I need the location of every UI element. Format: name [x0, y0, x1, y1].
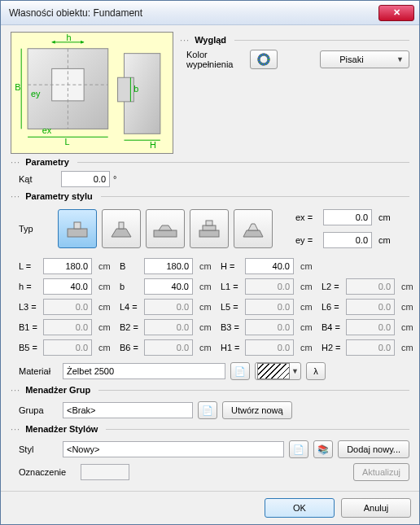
param-unit: cm — [199, 261, 221, 271]
param-input[interactable] — [43, 278, 92, 295]
ex-input[interactable] — [323, 209, 372, 225]
angle-label: Kąt — [19, 174, 58, 184]
mark-label: Oznaczenie — [19, 467, 76, 477]
param-input[interactable] — [245, 258, 294, 274]
param-label: L5 = — [221, 302, 245, 312]
ex-label: ex = — [295, 212, 323, 222]
type-option-3[interactable] — [146, 209, 185, 248]
section-group-manager: Menadżer Grup — [25, 385, 90, 395]
hatch-dropdown[interactable]: ▼ — [255, 362, 301, 380]
param-input — [346, 319, 395, 335]
svg-marker-25 — [112, 229, 131, 237]
section-style-params: Parametry stylu — [25, 191, 93, 201]
svg-text:B: B — [15, 82, 20, 92]
param-unit: cm — [401, 343, 419, 352]
copy-icon: 📄 — [293, 444, 304, 455]
svg-rect-31 — [206, 221, 212, 225]
param-label: H2 = — [322, 343, 346, 352]
param-label: L2 = — [322, 282, 346, 291]
chevron-down-icon: ▼ — [291, 367, 299, 375]
close-icon: ✕ — [393, 7, 400, 18]
close-button[interactable]: ✕ — [378, 5, 414, 21]
param-input — [245, 339, 294, 356]
param-input — [245, 299, 294, 315]
param-label: L4 = — [120, 302, 144, 312]
create-group-button[interactable]: Utwórz nową — [222, 401, 292, 419]
type-option-4[interactable] — [190, 209, 229, 248]
param-input — [346, 339, 395, 356]
param-unit: cm — [300, 343, 322, 352]
mark-input — [81, 464, 129, 480]
param-input — [346, 299, 395, 315]
type-option-5[interactable] — [234, 209, 273, 248]
svg-rect-26 — [119, 222, 124, 229]
parameter-grid: L =cmBcmH =cm h =cmbcmL1 =cmL2 =cmL3 =cm… — [11, 255, 409, 359]
svg-text:ey: ey — [31, 89, 41, 98]
lambda-button[interactable]: λ — [306, 362, 326, 380]
ey-input[interactable] — [323, 232, 372, 248]
titlebar: Własności obiektu: Fundament ✕ — [1, 1, 419, 25]
svg-rect-27 — [154, 230, 177, 237]
param-unit: cm — [401, 302, 419, 312]
fill-color-button[interactable] — [250, 50, 278, 69]
param-input[interactable] — [43, 258, 92, 274]
type-label: Typ — [19, 224, 50, 234]
svg-text:L: L — [64, 137, 69, 147]
document-icon: 📄 — [202, 405, 213, 416]
group-browse-button[interactable]: 📄 — [198, 401, 217, 419]
svg-rect-23 — [68, 229, 87, 237]
section-parameters: Parametry — [25, 157, 69, 167]
param-label: B2 = — [120, 322, 144, 332]
param-input[interactable] — [144, 278, 193, 295]
param-input[interactable] — [144, 258, 193, 274]
param-label: L = — [19, 261, 43, 271]
cancel-button[interactable]: Anuluj — [341, 498, 411, 518]
angle-unit: ° — [113, 174, 129, 184]
angle-input[interactable] — [61, 171, 110, 187]
lambda-icon: λ — [313, 366, 318, 376]
param-input — [245, 319, 294, 335]
param-label: H1 = — [221, 343, 245, 352]
svg-point-22 — [259, 55, 269, 64]
param-label: B6 = — [120, 343, 144, 352]
svg-marker-6 — [81, 41, 84, 44]
ok-button[interactable]: OK — [265, 498, 335, 518]
type-option-2[interactable] — [102, 209, 141, 248]
param-unit: cm — [98, 343, 120, 352]
dialog-body: h B L ey ex b H — [1, 25, 419, 491]
pens-dropdown[interactable]: Pisaki ▼ — [320, 50, 409, 68]
group-input[interactable] — [63, 402, 193, 418]
param-unit: cm — [199, 343, 221, 352]
param-input — [346, 278, 395, 295]
style-input[interactable] — [63, 441, 284, 457]
style-copy-button[interactable]: 📄 — [289, 440, 308, 458]
window-title: Własności obiektu: Fundament — [9, 7, 378, 19]
svg-text:b: b — [133, 84, 138, 94]
svg-rect-15 — [118, 77, 134, 102]
param-label: b — [120, 282, 144, 291]
param-label: B1 = — [19, 322, 43, 332]
param-input — [43, 299, 92, 315]
param-label: B3 = — [221, 322, 245, 332]
chevron-down-icon: ▼ — [396, 55, 404, 63]
param-unit: cm — [98, 282, 120, 291]
svg-marker-28 — [159, 225, 172, 230]
preview-pane: h B L ey ex b H — [11, 32, 173, 154]
param-label: B4 = — [322, 322, 346, 332]
param-unit: cm — [199, 322, 221, 332]
param-input — [43, 319, 92, 335]
svg-rect-29 — [199, 230, 219, 237]
param-unit: cm — [300, 322, 322, 332]
type-buttons — [58, 209, 273, 248]
type-option-1[interactable] — [58, 209, 97, 248]
material-input[interactable] — [63, 363, 225, 379]
add-style-button[interactable]: Dodaj nowy... — [338, 440, 409, 458]
param-label: H = — [221, 261, 245, 271]
fill-color-label: Kolor wypełnienia — [186, 50, 243, 69]
material-browse-button[interactable]: 📄 — [230, 362, 250, 380]
section-appearance: Wygląd — [195, 35, 226, 45]
svg-rect-30 — [203, 225, 216, 230]
style-library-button[interactable]: 📚 — [313, 440, 333, 458]
param-unit: cm — [401, 322, 419, 332]
svg-text:H: H — [150, 140, 156, 150]
